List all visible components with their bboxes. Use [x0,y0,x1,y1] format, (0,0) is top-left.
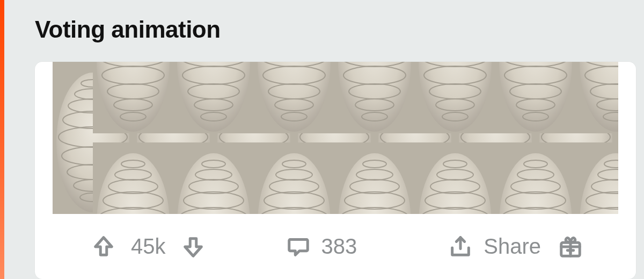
page-title: Voting animation [35,16,221,43]
upvote-icon[interactable] [91,234,116,259]
award-icon [558,234,583,259]
page-root: Voting animation [0,0,644,279]
downvote-icon[interactable] [181,234,206,259]
award-button[interactable] [558,234,620,259]
share-icon [448,234,473,259]
svg-rect-12 [93,62,618,133]
post-image[interactable] [53,62,618,214]
comments-button[interactable]: 383 [286,234,357,259]
vote-count: 45k [131,234,166,259]
accent-bar [0,0,4,279]
comment-icon [286,234,311,259]
post-card: 45k 383 Share [35,62,636,279]
svg-rect-13 [93,142,618,214]
comments-count: 383 [321,234,357,259]
share-label: Share [484,234,541,259]
vote-cluster: 45k [53,234,206,259]
action-bar: 45k 383 Share [53,214,618,279]
share-button[interactable]: Share [448,234,541,259]
